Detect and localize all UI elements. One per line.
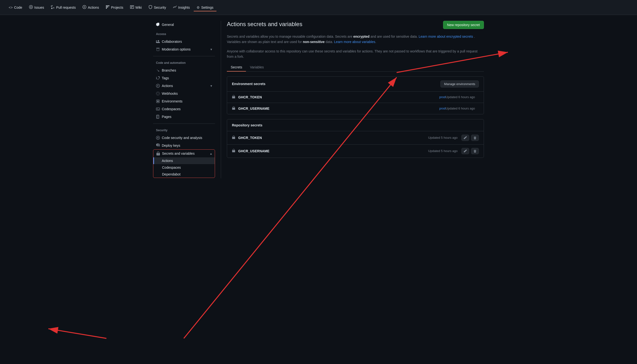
- env-secrets-title: Environment secrets: [232, 82, 266, 86]
- security-nav-icon: [149, 5, 152, 10]
- svg-rect-17: [157, 115, 159, 118]
- delete-secret-2-button[interactable]: [471, 148, 479, 154]
- sidebar-item-webhooks[interactable]: Webhooks: [153, 90, 215, 98]
- new-secret-button[interactable]: New repository secret: [443, 21, 484, 29]
- gear-icon: [156, 23, 160, 26]
- encrypted-secrets-link[interactable]: Learn more about encrypted secrets: [419, 34, 473, 38]
- moderation-chevron: ▾: [210, 47, 212, 51]
- page-header: Actions secrets and variables New reposi…: [227, 21, 484, 29]
- sidebar-item-actions[interactable]: Actions ▾: [153, 82, 215, 90]
- nav-security[interactable]: Security: [146, 3, 169, 12]
- code-security-icon: [156, 136, 160, 140]
- sidebar-item-deploy-keys[interactable]: Deploy keys: [153, 142, 215, 149]
- page-layout: General Access Collaborators Moderation …: [149, 15, 488, 184]
- nav-issues[interactable]: Issues: [26, 3, 47, 12]
- pull-request-icon: [51, 5, 55, 10]
- nav-pull-requests[interactable]: Pull requests: [48, 3, 79, 12]
- svg-marker-3: [84, 6, 85, 8]
- pencil-icon: [464, 136, 467, 140]
- env-tag-1[interactable]: prod: [439, 95, 446, 99]
- env-secret-name-1: GHCR_TOKEN: [238, 95, 435, 99]
- tab-variables[interactable]: Variables: [246, 63, 267, 72]
- pages-icon: [156, 115, 160, 119]
- svg-rect-5: [107, 5, 108, 6]
- projects-icon: [106, 5, 110, 10]
- sidebar-subitem-dependabot[interactable]: Dependabot: [153, 171, 215, 178]
- collaborators-icon: [156, 40, 160, 44]
- repo-secret-actions-1: [461, 135, 479, 141]
- repo-secret-actions-2: [461, 148, 479, 154]
- tab-secrets[interactable]: Secrets: [227, 63, 246, 72]
- nav-code[interactable]: <> Code: [6, 4, 25, 11]
- env-secret-name-2: GHCR_USERNAME: [238, 106, 435, 110]
- top-nav: <> Code Issues Pull requests Actions Pro…: [0, 0, 637, 15]
- insights-icon: [173, 5, 177, 10]
- sidebar-item-moderation[interactable]: Moderation options ▾: [153, 46, 215, 53]
- delete-secret-1-button[interactable]: [471, 135, 479, 141]
- sidebar-item-collaborators[interactable]: Collaborators: [153, 38, 215, 46]
- actions-chevron: ▾: [210, 84, 212, 88]
- lock-icon-2: [232, 106, 235, 111]
- wiki-icon: [130, 5, 134, 10]
- sidebar-item-environments[interactable]: Environments: [153, 98, 215, 105]
- description-text: Secrets and variables allow you to manag…: [227, 34, 484, 45]
- environment-secrets-section: Environment secrets Manage environments …: [227, 76, 484, 114]
- nav-actions[interactable]: Actions: [80, 3, 102, 12]
- sidebar-item-secrets-and-variables[interactable]: Secrets and variables ▴: [153, 150, 215, 157]
- secrets-icon: [156, 152, 160, 156]
- env-tag-2[interactable]: prod: [439, 106, 446, 110]
- trash-icon: [473, 136, 477, 140]
- tag-icon: [156, 76, 160, 80]
- codespaces-icon: [156, 107, 160, 111]
- repo-secret-name-2: GHCR_USERNAME: [238, 149, 428, 153]
- env-secret-row-2: GHCR_USERNAME prod Updated 6 hours ago: [227, 103, 484, 114]
- env-secret-updated-2: Updated 6 hours ago: [446, 106, 475, 110]
- key-icon: [156, 144, 160, 148]
- nav-wiki[interactable]: Wiki: [127, 3, 145, 12]
- actions-icon: [83, 5, 86, 10]
- repository-secrets-section: Repository secrets GHCR_TOKEN Updated 5 …: [227, 119, 484, 158]
- repo-secrets-title: Repository secrets: [232, 123, 262, 127]
- webhooks-icon: [156, 92, 160, 96]
- issues-icon: [29, 5, 33, 10]
- svg-point-20: [157, 137, 159, 138]
- svg-marker-11: [157, 85, 159, 86]
- sidebar-divider-2: [153, 124, 215, 124]
- sidebar-item-general[interactable]: General: [153, 21, 215, 28]
- sidebar-item-code-security[interactable]: Code security and analysis: [153, 134, 215, 142]
- sidebar-subitem-codespaces[interactable]: Codespaces: [153, 164, 215, 171]
- sidebar-item-tags[interactable]: Tags: [153, 74, 215, 82]
- svg-line-22: [48, 329, 106, 338]
- variables-link[interactable]: Learn more about variables: [334, 40, 375, 44]
- svg-rect-9: [106, 8, 107, 9]
- repo-secret-row-1: GHCR_TOKEN Updated 5 hours ago: [227, 131, 484, 144]
- repo-secret-name-1: GHCR_TOKEN: [238, 136, 428, 140]
- sidebar-divider-1: [153, 56, 215, 56]
- env-secret-updated-1: Updated 6 hours ago: [446, 95, 475, 99]
- nav-projects[interactable]: Projects: [103, 3, 126, 12]
- actions-sidebar-icon: [156, 84, 160, 88]
- environments-icon: [156, 99, 160, 103]
- sidebar-subitem-actions[interactable]: Actions: [153, 157, 215, 164]
- sidebar-item-pages[interactable]: Pages: [153, 113, 215, 120]
- edit-secret-2-button[interactable]: [461, 148, 469, 154]
- repo-secret-row-2: GHCR_USERNAME Updated 5 hours ago: [227, 144, 484, 158]
- manage-environments-button[interactable]: Manage environments: [440, 80, 479, 88]
- svg-rect-16: [157, 115, 159, 118]
- sidebar-security-label: Security: [153, 127, 215, 134]
- nav-insights[interactable]: Insights: [170, 3, 193, 12]
- sidebar-secrets-box: Secrets and variables ▴ Actions Codespac…: [153, 149, 215, 178]
- trash-icon-2: [473, 149, 477, 153]
- sidebar-item-branches[interactable]: Branches: [153, 66, 215, 74]
- description-text-2: Anyone with collaborator access to this …: [227, 48, 484, 60]
- repo-secret-updated-1: Updated 5 hours ago: [428, 136, 458, 140]
- settings-icon: ⚙: [197, 6, 200, 10]
- nav-settings[interactable]: ⚙ Settings: [194, 4, 216, 11]
- edit-secret-1-button[interactable]: [461, 135, 469, 141]
- sidebar-access-label: Access: [153, 30, 215, 38]
- branch-icon: [156, 68, 160, 72]
- sidebar-item-codespaces[interactable]: Codespaces: [153, 105, 215, 113]
- svg-rect-8: [107, 6, 108, 8]
- secrets-chevron-up: ▴: [210, 152, 212, 156]
- env-secrets-header: Environment secrets Manage environments: [227, 76, 484, 92]
